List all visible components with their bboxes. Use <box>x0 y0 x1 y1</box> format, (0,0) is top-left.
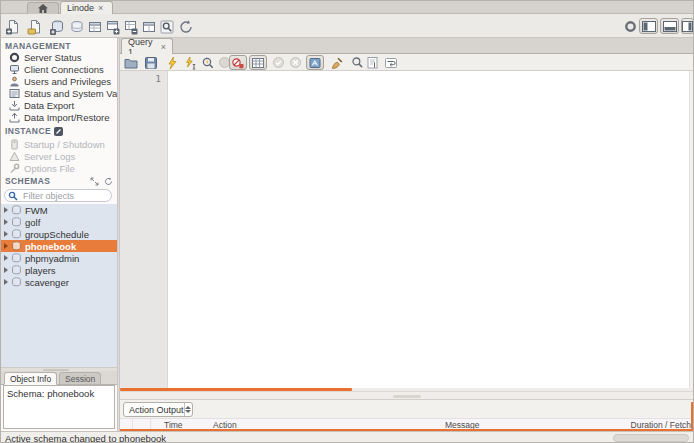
home-tab[interactable] <box>27 2 59 14</box>
editor-vertical-scrollbar[interactable] <box>689 71 694 388</box>
expander-icon[interactable] <box>4 207 8 213</box>
sidebar-item-startup-shutdown[interactable]: Startup / Shutdown <box>1 138 117 150</box>
create-user-button[interactable] <box>140 18 157 35</box>
open-file-button[interactable] <box>123 55 139 70</box>
schema-icon <box>11 241 22 251</box>
reconnect-dbms-icon <box>178 19 194 35</box>
expander-icon[interactable] <box>4 279 8 285</box>
toggle-bottom-area-button[interactable] <box>660 18 679 34</box>
schema-row-scavenger[interactable]: scavenger <box>1 276 117 288</box>
refresh-icon[interactable] <box>104 177 113 186</box>
status-variables-icon <box>9 88 20 99</box>
sidebar-item-data-import[interactable]: Data Import/Restore <box>1 111 117 123</box>
query-workarea: Query 1 × <box>120 38 694 431</box>
show-invisibles-button[interactable] <box>364 55 380 70</box>
sidebar-item-server-logs[interactable]: Server Logs <box>1 150 117 162</box>
schema-row-phpmyadmin[interactable]: phpmyadmin <box>1 252 117 264</box>
close-icon[interactable]: × <box>98 4 103 13</box>
create-user-icon <box>141 19 157 35</box>
explain-button[interactable] <box>200 55 216 70</box>
toggle-left-sidebar-button[interactable] <box>639 18 658 34</box>
output-type-select[interactable]: Action Output <box>123 402 193 417</box>
beautify-icon <box>330 56 344 70</box>
server-status-icon <box>9 52 20 63</box>
editor-output-splitter[interactable] <box>120 391 694 400</box>
tab-session[interactable]: Session <box>59 372 101 385</box>
schema-icon <box>11 277 22 287</box>
expander-icon[interactable] <box>4 219 8 225</box>
commit-button[interactable] <box>270 55 286 70</box>
save-icon <box>144 56 158 70</box>
expander-icon[interactable] <box>4 255 8 261</box>
toggle-stop-on-error-button[interactable] <box>229 55 247 70</box>
execute-current-button[interactable] <box>182 55 198 70</box>
sidebar-item-options-file[interactable]: Options File <box>1 162 117 174</box>
expander-icon[interactable] <box>4 267 8 273</box>
limit-rows-icon <box>251 56 265 70</box>
sql-editor[interactable]: 1 <box>120 71 694 388</box>
schema-icon <box>11 205 22 215</box>
execute-current-icon <box>183 56 197 70</box>
instance-badge-icon <box>54 127 63 136</box>
sidebar-item-server-status[interactable]: Server Status <box>1 51 117 63</box>
create-table-button[interactable] <box>68 18 85 35</box>
sidebar-item-data-export[interactable]: Data Export <box>1 99 117 111</box>
object-info-tab-bar: Object Info Session <box>1 371 117 385</box>
object-info-text: Schema: phonebook <box>7 388 94 399</box>
reconnect-dbms-button[interactable] <box>177 18 194 35</box>
open-sql-script-button[interactable] <box>26 18 43 35</box>
line-number-gutter: 1 <box>120 71 168 388</box>
home-icon <box>38 4 48 13</box>
sidebar-item-status-system-variables[interactable]: Status and System Variables <box>1 87 117 99</box>
close-icon[interactable]: × <box>161 42 166 52</box>
expander-icon[interactable] <box>4 243 8 249</box>
connection-tab-linode[interactable]: Linode × <box>60 1 113 14</box>
toggle-autocommit-button[interactable] <box>306 55 324 70</box>
create-table-icon <box>69 19 85 35</box>
schema-row-fwm[interactable]: FWM <box>1 204 117 216</box>
create-schema-icon <box>49 19 65 35</box>
toggle-autocommit-icon <box>308 56 322 70</box>
combo-stepper-icon[interactable] <box>184 403 192 416</box>
create-procedure-button[interactable] <box>104 18 121 35</box>
find-button[interactable] <box>349 55 365 70</box>
resize-grip[interactable] <box>613 434 689 442</box>
output-table-header: Time Action Message Duration / Fetch <box>120 418 694 429</box>
execute-button[interactable] <box>164 55 180 70</box>
connection-tab-label: Linode <box>67 3 94 13</box>
toggle-right-sidebar-icon <box>682 21 693 32</box>
schema-filter-input[interactable] <box>21 190 107 202</box>
explain-icon <box>201 56 215 70</box>
search-table-data-button[interactable] <box>158 18 175 35</box>
create-schema-button[interactable] <box>48 18 65 35</box>
create-view-button[interactable] <box>86 18 103 35</box>
wrap-text-button[interactable] <box>383 55 399 70</box>
toggle-right-sidebar-button[interactable] <box>681 18 694 34</box>
schema-row-phonebook[interactable]: phonebook <box>1 240 117 252</box>
schema-row-players[interactable]: players <box>1 264 117 276</box>
wrench-icon <box>9 163 20 174</box>
create-view-icon <box>87 19 103 35</box>
connection-status-button[interactable] <box>622 18 639 35</box>
tab-object-info[interactable]: Object Info <box>4 372 57 385</box>
rollback-button[interactable] <box>287 55 303 70</box>
schemas-section-header: SCHEMAS <box>5 176 113 186</box>
tab-query-1[interactable]: Query 1 × <box>121 38 173 54</box>
expander-icon[interactable] <box>4 231 8 237</box>
commit-icon <box>272 56 285 69</box>
create-function-button[interactable] <box>122 18 139 35</box>
open-file-icon <box>124 56 138 70</box>
new-sql-tab-button[interactable] <box>4 18 21 35</box>
limit-rows-button[interactable] <box>249 55 267 70</box>
sidebar-item-users-privileges[interactable]: Users and Privileges <box>1 75 117 87</box>
sidebar-item-client-connections[interactable]: Client Connections <box>1 63 117 75</box>
schema-row-golf[interactable]: golf <box>1 216 117 228</box>
beautify-button[interactable] <box>329 55 345 70</box>
query-toolbar <box>120 54 694 71</box>
expand-icon[interactable] <box>90 177 99 186</box>
data-import-icon <box>9 112 20 123</box>
object-info-panel: Schema: phonebook <box>3 385 115 429</box>
main-toolbar <box>1 14 694 38</box>
save-button[interactable] <box>143 55 159 70</box>
schema-row-groupschedule[interactable]: groupSchedule <box>1 228 117 240</box>
